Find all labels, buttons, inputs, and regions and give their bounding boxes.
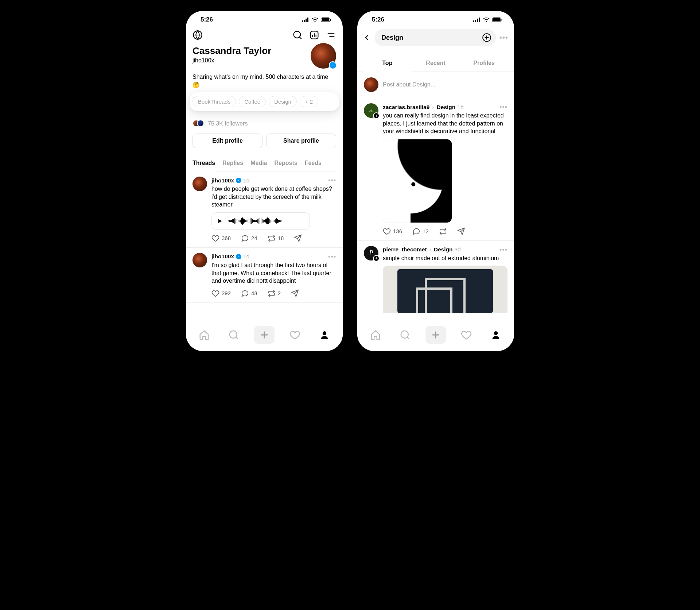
like-action[interactable]: 292 (211, 289, 231, 297)
battery-icon (492, 18, 502, 22)
like-count: 136 (393, 228, 402, 234)
compose-prompt[interactable]: Post about Design... (357, 72, 514, 98)
profile-avatar[interactable] (311, 43, 336, 69)
tab-profiles[interactable]: Profiles (460, 56, 508, 71)
compose-avatar (364, 77, 378, 92)
post-topic[interactable]: Design (434, 246, 453, 253)
repost-count: 18 (278, 235, 284, 241)
like-action[interactable]: 136 (383, 227, 402, 235)
chip[interactable]: Coffee (239, 96, 266, 107)
post-time: 1h (457, 104, 463, 111)
post-username[interactable]: jiho100x (211, 253, 234, 260)
post-avatar[interactable] (192, 177, 207, 191)
edit-profile-button[interactable]: Edit profile (192, 134, 262, 148)
cellular-icon (302, 18, 309, 22)
tab-recent[interactable]: Recent (412, 56, 460, 71)
share-profile-button[interactable]: Share profile (266, 134, 336, 148)
profile-feed: jiho100x 1d ••• how do people get work d… (186, 171, 343, 323)
post-more-icon[interactable]: ••• (328, 253, 336, 260)
bottom-nav (357, 323, 514, 351)
insights-icon[interactable] (309, 30, 319, 40)
nav-search[interactable] (396, 326, 414, 344)
nav-profile[interactable] (487, 326, 505, 344)
follow-plus-icon[interactable]: + (373, 112, 380, 119)
post-image[interactable] (383, 266, 508, 313)
share-action[interactable] (291, 289, 299, 297)
repost-action[interactable]: 2 (268, 289, 281, 297)
repost-action[interactable] (439, 227, 447, 235)
post-more-icon[interactable]: ••• (328, 177, 336, 184)
tab-replies[interactable]: Replies (222, 156, 243, 171)
play-icon[interactable] (217, 218, 223, 224)
nav-activity[interactable] (458, 326, 475, 344)
globe-icon[interactable] (192, 30, 203, 40)
post-topic[interactable]: Design (437, 104, 456, 111)
follow-plus-icon[interactable]: + (373, 255, 380, 262)
nav-compose[interactable] (254, 326, 275, 344)
post[interactable]: jiho100x 1d ••• I'm so glad I sat throug… (186, 248, 343, 303)
post-username[interactable]: jiho100x (211, 177, 234, 184)
phone-profile: 5:26 (186, 11, 343, 351)
voice-note[interactable] (211, 212, 310, 230)
menu-icon[interactable] (326, 30, 336, 40)
post-more-icon[interactable]: ••• (499, 103, 508, 111)
profile-bio: Sharing what's on my mind, 500 character… (192, 73, 336, 89)
bottom-nav (186, 323, 343, 351)
search-pill[interactable]: Design (375, 29, 496, 46)
more-icon[interactable]: ••• (499, 34, 508, 42)
nav-search[interactable] (225, 326, 242, 344)
nav-home[interactable] (367, 326, 384, 344)
repost-action[interactable]: 18 (268, 234, 284, 242)
followers-row[interactable]: 75.3K followers (192, 120, 336, 128)
reply-action[interactable]: 12 (412, 227, 429, 235)
svg-rect-14 (477, 19, 478, 22)
post-more-icon[interactable]: ••• (499, 246, 508, 254)
followers-count: 75.3K followers (208, 120, 248, 127)
tab-top[interactable]: Top (363, 56, 412, 71)
wifi-icon (483, 17, 490, 22)
reply-count: 24 (251, 235, 257, 241)
display-name: Cassandra Taylor (192, 45, 271, 57)
add-circle-icon[interactable] (482, 33, 491, 42)
chip[interactable]: BookThreads (192, 96, 236, 107)
post-username[interactable]: pierre_thecomet (383, 246, 427, 253)
svg-rect-0 (302, 20, 303, 22)
like-action[interactable]: 368 (211, 234, 231, 242)
profile-tabs: Threads Replies Media Reposts Feeds (192, 156, 336, 171)
svg-rect-15 (479, 18, 480, 22)
reply-action[interactable]: 24 (241, 234, 257, 242)
post[interactable]: + pierre_thecomet › Design 3d ••• simple… (357, 241, 514, 313)
waveform-icon (228, 217, 304, 225)
post-username[interactable]: zacarias.brasilia9 (383, 104, 429, 111)
phone-topic: 5:26 Design ••• Top Recent Profiles Post… (357, 11, 514, 351)
nav-home[interactable] (195, 326, 213, 344)
chip[interactable]: Design (269, 96, 297, 107)
nav-activity[interactable] (286, 326, 304, 344)
tab-threads[interactable]: Threads (192, 156, 215, 171)
chip-more[interactable]: + 2 (300, 96, 318, 107)
tab-media[interactable]: Media (250, 156, 267, 171)
wifi-icon (311, 17, 319, 22)
status-bar: 5:26 (357, 11, 514, 26)
post-avatar[interactable] (192, 253, 207, 267)
status-icons (473, 17, 502, 22)
svg-point-10 (229, 331, 237, 338)
nav-profile[interactable] (316, 326, 333, 344)
back-icon[interactable] (362, 33, 371, 42)
post-image[interactable] (383, 139, 452, 223)
nav-compose[interactable] (425, 326, 446, 344)
reply-action[interactable]: 43 (241, 289, 257, 297)
chevron-right-icon: › (432, 104, 434, 111)
tab-reposts[interactable]: Reposts (275, 156, 298, 171)
follower-avatars-icon (192, 120, 205, 128)
post-avatar[interactable]: + (364, 103, 378, 118)
tab-feeds[interactable]: Feeds (305, 156, 322, 171)
post[interactable]: + zacarias.brasilia9 › Design 1h ••• you… (357, 98, 514, 241)
post-time: 1d (243, 253, 249, 260)
verified-badge-icon (236, 254, 241, 259)
share-action[interactable] (294, 234, 302, 242)
share-action[interactable] (457, 227, 465, 235)
search-icon[interactable] (292, 30, 303, 40)
post[interactable]: jiho100x 1d ••• how do people get work d… (186, 171, 343, 248)
post-avatar[interactable]: + (364, 246, 378, 260)
